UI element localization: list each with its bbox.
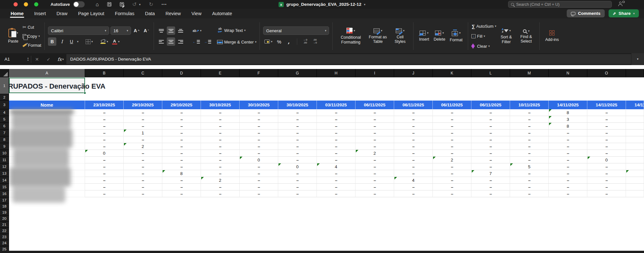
cell-C4[interactable]: – — [124, 109, 162, 116]
cell-I6[interactable]: – — [355, 123, 394, 130]
cell-O10[interactable]: – — [587, 150, 626, 157]
name-box[interactable]: A1 ▲▼ — [0, 57, 31, 62]
cell-E13[interactable]: – — [201, 170, 240, 177]
font-size-select[interactable]: 16▾ — [110, 26, 131, 35]
row-header-7[interactable]: 7 — [0, 130, 9, 136]
cell-K15[interactable]: – — [433, 184, 471, 190]
cell-P5[interactable]: – — [626, 116, 644, 123]
header-cell-date-7[interactable]: 03/11/2025 — [317, 101, 355, 109]
cell-H6[interactable]: – — [317, 123, 355, 130]
cell-K12[interactable]: – — [433, 163, 471, 170]
minimize-window-button[interactable] — [24, 2, 28, 6]
tab-page-layout[interactable]: Page Layout — [78, 10, 104, 18]
cell-I12[interactable]: – — [355, 163, 394, 170]
name-box-spinner-icon[interactable]: ▲▼ — [27, 57, 29, 61]
cell-I14[interactable]: – — [355, 177, 394, 184]
column-header-C[interactable]: C — [124, 69, 162, 77]
sort-filter-button[interactable]: AZ▾ Sort & Filter — [496, 27, 516, 45]
cell-N15[interactable]: – — [549, 184, 587, 190]
row-17-body[interactable] — [9, 197, 644, 203]
cell-P12[interactable]: – — [626, 163, 644, 170]
cell-H11[interactable]: – — [317, 157, 355, 163]
row-header-2[interactable]: 2 — [0, 94, 9, 101]
addins-button[interactable]: Add-ins — [543, 29, 561, 43]
cell-J4[interactable]: – — [394, 109, 433, 116]
home-icon[interactable]: ⌂ — [96, 2, 99, 7]
tab-data[interactable]: Data — [145, 10, 155, 18]
cell-H12[interactable]: 4 — [317, 163, 355, 170]
header-cell-date-1[interactable]: 23/10/2025 — [85, 101, 124, 109]
cell-O9[interactable]: – — [587, 143, 626, 150]
cell-A15[interactable] — [9, 184, 85, 190]
column-header-F[interactable]: F — [240, 69, 278, 77]
cell-J10[interactable]: – — [394, 150, 433, 157]
cell-I5[interactable]: – — [355, 116, 394, 123]
comments-button[interactable]: Comments — [567, 9, 605, 17]
cell-F5[interactable]: – — [240, 116, 278, 123]
row-header-20[interactable]: 20 — [0, 216, 9, 222]
cell-E11[interactable]: – — [201, 157, 240, 163]
cell-F16[interactable]: – — [240, 190, 278, 197]
row-header-12[interactable]: 12 — [0, 163, 9, 170]
cell-B15[interactable]: – — [85, 184, 124, 190]
cell-N9[interactable]: – — [549, 143, 587, 150]
header-cell-date-12[interactable]: 10/11/2025 — [510, 101, 549, 109]
cut-button[interactable]: ✂Cut — [23, 23, 41, 31]
align-middle-button[interactable] — [167, 26, 175, 35]
cell-A10[interactable] — [9, 150, 85, 157]
cell-L6[interactable]: – — [471, 123, 510, 130]
cell-G9[interactable]: – — [278, 143, 317, 150]
cell-C11[interactable]: – — [124, 157, 162, 163]
enter-icon[interactable]: ✓ — [47, 57, 51, 62]
cell-P6[interactable]: – — [626, 123, 644, 130]
underline-button[interactable]: U — [67, 37, 76, 46]
find-select-button[interactable]: ▾ Find & Select — [516, 27, 536, 45]
cell-K9[interactable]: – — [433, 143, 471, 150]
decrease-font-button[interactable]: Aˇ — [142, 26, 150, 35]
align-bottom-button[interactable] — [176, 26, 185, 35]
cell-B12[interactable]: – — [85, 163, 124, 170]
row-header-24[interactable]: 24 — [0, 240, 9, 246]
comma-style-button[interactable]: , — [285, 37, 293, 46]
bold-button[interactable]: B — [48, 37, 56, 46]
cell-A16[interactable] — [9, 190, 85, 197]
column-header-P[interactable] — [626, 69, 644, 77]
row-header-19[interactable]: 19 — [0, 209, 9, 216]
header-cell-date-8[interactable]: 06/11/2025 — [355, 101, 394, 109]
cell-F7[interactable]: – — [240, 130, 278, 136]
cell-L14[interactable]: – — [471, 177, 510, 184]
cell-B14[interactable]: – — [85, 177, 124, 184]
cell-H4[interactable]: – — [317, 109, 355, 116]
row-header-17[interactable]: 17 — [0, 197, 9, 203]
align-right-button[interactable] — [176, 37, 185, 46]
cell-P14[interactable]: – — [626, 177, 644, 184]
cell-J9[interactable]: – — [394, 143, 433, 150]
cell-H5[interactable]: – — [317, 116, 355, 123]
cell-K7[interactable]: – — [433, 130, 471, 136]
row-header-15[interactable]: 15 — [0, 184, 9, 190]
conditional-formatting-button[interactable]: ▾ Conditional Formatting — [336, 26, 365, 46]
cell-F10[interactable]: – — [240, 150, 278, 157]
cell-G12[interactable]: 0 — [278, 163, 317, 170]
cancel-icon[interactable]: ✕ — [35, 57, 39, 62]
header-cell-date-14[interactable]: 14/11/2025 — [587, 101, 626, 109]
cell-M15[interactable]: – — [510, 184, 549, 190]
cell-L16[interactable]: – — [471, 190, 510, 197]
row-2-body[interactable] — [9, 94, 644, 101]
cell-H16[interactable]: – — [317, 190, 355, 197]
column-header-B[interactable]: B — [85, 69, 124, 77]
cell-I10[interactable]: 2 — [355, 150, 394, 157]
cell-C14[interactable]: – — [124, 177, 162, 184]
cell-N14[interactable]: – — [549, 177, 587, 184]
cell-F9[interactable]: – — [240, 143, 278, 150]
row-header-18[interactable]: 18 — [0, 203, 9, 209]
cell-J15[interactable]: – — [394, 184, 433, 190]
column-header-K[interactable]: K — [433, 69, 471, 77]
cell-G14[interactable]: – — [278, 177, 317, 184]
zoom-window-button[interactable] — [34, 2, 38, 6]
cell-G10[interactable]: – — [278, 150, 317, 157]
cell-E12[interactable]: – — [201, 163, 240, 170]
cell-O12[interactable]: – — [587, 163, 626, 170]
cell-B11[interactable]: – — [85, 157, 124, 163]
copy-button[interactable]: Copy▾ — [23, 32, 41, 40]
